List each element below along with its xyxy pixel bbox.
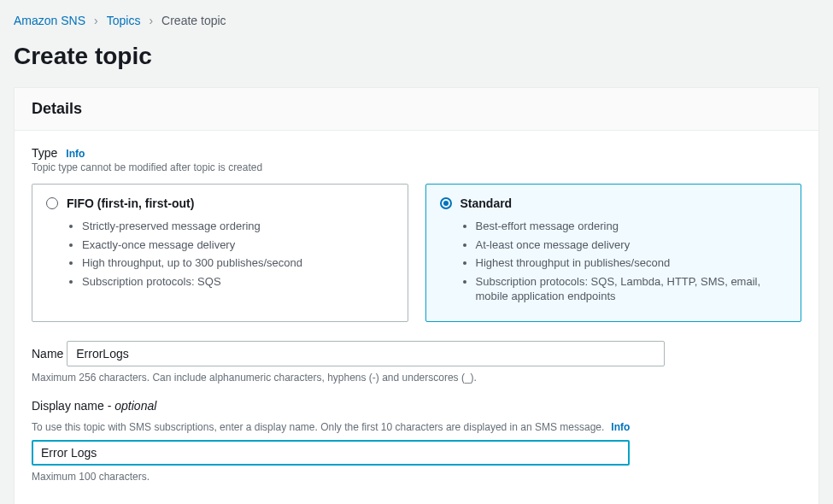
type-hint: Topic type cannot be modified after topi… — [32, 161, 801, 173]
type-option-standard-title: Standard — [460, 196, 513, 210]
display-name-hint: To use this topic with SMS subscriptions… — [32, 421, 604, 433]
standard-bullet: Highest throughput in publishes/second — [476, 255, 788, 271]
panel-header: Details — [15, 88, 818, 131]
type-info-link[interactable]: Info — [66, 148, 85, 160]
standard-bullet: Best-effort message ordering — [476, 219, 788, 234]
breadcrumb-current: Create topic — [161, 14, 226, 27]
breadcrumb-topics[interactable]: Topics — [107, 14, 141, 27]
type-label: Type — [32, 146, 57, 160]
standard-bullet: Subscription protocols: SQS, Lambda, HTT… — [476, 274, 788, 304]
display-name-below-hint: Maximum 100 characters. — [32, 471, 801, 483]
radio-icon — [46, 197, 58, 209]
name-label: Name — [32, 347, 63, 360]
chevron-right-icon: › — [94, 14, 98, 27]
breadcrumb-root[interactable]: Amazon SNS — [14, 14, 85, 27]
display-name-input[interactable] — [32, 440, 630, 466]
fifo-bullet: High throughput, up to 300 publishes/sec… — [82, 255, 394, 271]
type-option-fifo[interactable]: FIFO (first-in, first-out) Strictly-pres… — [32, 184, 408, 322]
chevron-right-icon: › — [149, 14, 153, 27]
radio-icon — [440, 197, 452, 209]
display-name-label: Display name - optional — [32, 399, 156, 413]
fifo-bullet: Subscription protocols: SQS — [82, 274, 394, 290]
page-title: Create topic — [14, 43, 819, 70]
panel-heading: Details — [32, 100, 801, 118]
standard-bullet: At-least once message delivery — [476, 237, 788, 253]
fifo-bullet: Strictly-preserved message ordering — [82, 219, 394, 234]
name-input[interactable] — [67, 341, 665, 366]
fifo-bullet: Exactly-once message delivery — [82, 237, 394, 253]
type-option-standard[interactable]: Standard Best-effort message ordering At… — [425, 184, 802, 322]
details-panel: Details Type Info Topic type cannot be m… — [14, 87, 819, 504]
name-hint: Maximum 256 characters. Can include alph… — [32, 372, 801, 384]
type-option-fifo-title: FIFO (first-in, first-out) — [67, 196, 194, 210]
display-name-info-link[interactable]: Info — [611, 421, 630, 433]
breadcrumb: Amazon SNS › Topics › Create topic — [14, 14, 819, 27]
